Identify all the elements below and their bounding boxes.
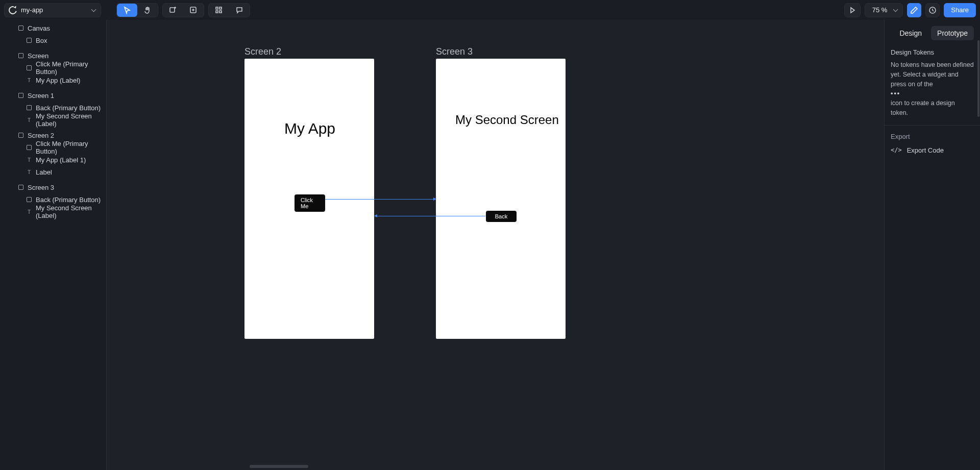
layer-item[interactable]: TMy App (Label)	[0, 74, 106, 86]
pencil-icon	[910, 6, 918, 14]
inspector-panel: Design Prototype Design Tokens No tokens…	[884, 20, 980, 470]
frame-layer-icon	[27, 145, 32, 150]
layer-item-label: Click Me (Primary Button)	[36, 60, 102, 76]
preview-button-group[interactable]	[844, 3, 861, 17]
edit-mode-button[interactable]	[907, 3, 921, 17]
inspector-scrollbar-thumb[interactable]	[977, 40, 979, 117]
layer-item-label: Box	[36, 37, 47, 44]
share-button[interactable]: Share	[944, 3, 976, 17]
artboard-label-screen3[interactable]: Screen 3	[436, 46, 473, 57]
text-layer-icon: T	[27, 209, 32, 214]
box-plus-icon	[189, 6, 198, 14]
app-logo-icon	[7, 5, 18, 16]
artboard-screen3[interactable]: My Second Screen Back	[436, 59, 566, 339]
insert-frame-tool[interactable]	[163, 4, 183, 17]
layer-item[interactable]: Click Me (Primary Button)	[0, 62, 106, 74]
frame-layer-icon	[27, 197, 32, 202]
code-icon: </>	[891, 146, 902, 154]
svg-rect-4	[216, 11, 218, 13]
prototype-arrow-forward[interactable]	[325, 199, 436, 200]
panel-divider	[885, 125, 980, 126]
topbar-right-cluster: 75 % Share	[844, 3, 976, 17]
layer-item[interactable]: TMy Second Screen (Label)	[0, 114, 106, 126]
layer-item-label: My Second Screen (Label)	[36, 112, 102, 128]
layer-item-label: My App (Label)	[36, 77, 80, 84]
layer-item[interactable]: Box	[0, 34, 106, 46]
layer-item[interactable]: Screen 3	[0, 181, 106, 193]
artboard-label-screen2[interactable]: Screen 2	[244, 46, 281, 57]
export-section-title: Export	[891, 133, 974, 140]
tab-prototype[interactable]: Prototype	[931, 26, 974, 40]
design-tokens-title: Design Tokens	[891, 48, 974, 56]
layers-panel[interactable]: CanvasBoxScreenClick Me (Primary Button)…	[0, 20, 107, 470]
hand-icon	[143, 6, 152, 14]
layer-item-label: Screen 2	[28, 132, 54, 139]
hand-tool[interactable]	[137, 4, 158, 17]
inspector-scrollbar-track	[977, 20, 980, 470]
text-layer-icon: T	[27, 117, 32, 122]
chevron-down-icon	[91, 8, 96, 13]
screen3-back-button[interactable]: Back	[486, 211, 517, 222]
layer-item[interactable]: Click Me (Primary Button)	[0, 141, 106, 154]
layer-item[interactable]: Screen 1	[0, 89, 106, 102]
text-layer-icon: T	[27, 157, 32, 162]
layer-item-label: Back (Primary Button)	[36, 104, 101, 112]
history-button[interactable]	[925, 3, 940, 17]
screen3-title[interactable]: My Second Screen	[455, 113, 559, 127]
insert-box-tool[interactable]	[183, 4, 204, 17]
layer-item-label: Screen 3	[28, 184, 54, 191]
layer-item-label: Screen	[28, 52, 48, 60]
layer-item[interactable]: Canvas	[0, 22, 106, 34]
screen2-clickme-button[interactable]: Click Me	[295, 194, 325, 212]
svg-rect-3	[219, 7, 222, 9]
text-layer-icon: T	[27, 78, 32, 83]
frame-layer-icon	[18, 53, 23, 58]
share-button-label: Share	[951, 6, 969, 14]
prototype-arrow-back[interactable]	[375, 216, 485, 216]
layer-item-label: Screen 1	[28, 92, 54, 100]
layer-item[interactable]: TMy App (Label 1)	[0, 154, 106, 166]
layer-item[interactable]: TLabel	[0, 166, 106, 178]
layer-item-label: Back (Primary Button)	[36, 196, 101, 204]
frame-plus-icon	[169, 6, 177, 14]
tool-group-main	[116, 3, 158, 17]
frame-layer-icon	[27, 105, 32, 110]
inspector-tabs: Design Prototype	[891, 26, 974, 40]
export-code-label: Export Code	[907, 146, 944, 154]
layer-item-label: Canvas	[28, 24, 50, 32]
components-tool[interactable]	[209, 4, 229, 17]
layer-item-label: My Second Screen (Label)	[36, 204, 102, 219]
tool-group-insert	[162, 3, 204, 17]
svg-rect-0	[170, 8, 175, 12]
zoom-value: 75 %	[869, 6, 891, 14]
design-tokens-help: No tokens have been defined yet. Select …	[891, 60, 974, 118]
cursor-icon	[123, 6, 131, 14]
layer-item-label: My App (Label 1)	[36, 156, 86, 164]
text-layer-icon: T	[27, 169, 32, 175]
tab-design[interactable]: Design	[893, 26, 928, 40]
comment-tool[interactable]	[229, 4, 250, 17]
frame-layer-icon	[18, 185, 23, 190]
clock-icon	[928, 6, 937, 14]
layer-item[interactable]: TMy Second Screen (Label)	[0, 206, 106, 218]
frame-layer-icon	[27, 65, 32, 70]
layer-item-label: Click Me (Primary Button)	[36, 140, 102, 155]
chat-icon	[235, 6, 243, 14]
canvas-horizontal-scrollbar[interactable]	[250, 465, 308, 468]
project-name: my-app	[21, 6, 87, 14]
frame-layer-icon	[18, 133, 23, 138]
export-code-button[interactable]: </> Export Code	[891, 144, 974, 156]
top-toolbar: my-app 75 %	[0, 0, 980, 20]
svg-rect-5	[219, 11, 222, 13]
more-icon[interactable]: •••	[891, 90, 900, 97]
svg-rect-2	[216, 7, 218, 9]
project-switcher[interactable]: my-app	[4, 3, 101, 17]
zoom-control[interactable]: 75 %	[865, 3, 903, 17]
grid-icon	[215, 6, 223, 14]
tool-group-extras	[208, 3, 250, 17]
select-tool[interactable]	[117, 4, 137, 17]
layer-item-label: Label	[36, 168, 52, 176]
screen2-title[interactable]: My App	[284, 120, 335, 137]
chevron-down-icon	[893, 8, 898, 13]
design-canvas[interactable]: Screen 2 My App Click Me Screen 3 My Sec…	[107, 20, 884, 470]
